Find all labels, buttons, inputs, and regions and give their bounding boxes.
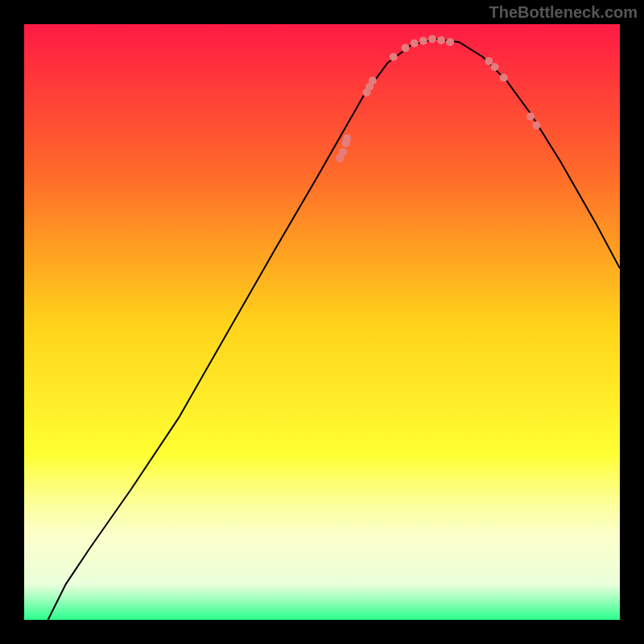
data-marker bbox=[485, 57, 493, 65]
data-marker bbox=[343, 134, 351, 142]
data-marker bbox=[446, 38, 454, 46]
data-marker bbox=[491, 63, 499, 71]
data-marker bbox=[437, 36, 445, 44]
data-marker bbox=[428, 35, 436, 43]
data-marker bbox=[402, 44, 410, 52]
data-marker bbox=[526, 113, 535, 121]
chart-svg bbox=[0, 0, 644, 644]
data-marker bbox=[369, 76, 377, 85]
data-marker bbox=[411, 39, 419, 47]
watermark-text: TheBottleneck.com bbox=[489, 3, 638, 22]
data-marker bbox=[532, 122, 540, 130]
data-marker bbox=[419, 37, 427, 45]
data-marker bbox=[339, 148, 347, 156]
data-marker bbox=[500, 74, 508, 82]
data-marker bbox=[390, 53, 398, 61]
plot-haze-overlay bbox=[24, 459, 620, 613]
